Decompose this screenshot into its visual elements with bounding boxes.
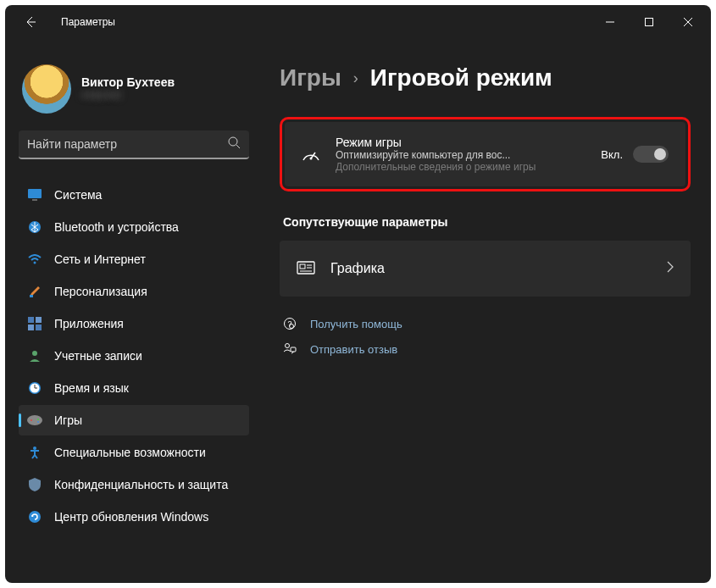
- sidebar: Виктор Бухтеев redacted Система Bluetoot…: [5, 39, 259, 583]
- svg-point-9: [34, 262, 36, 264]
- feedback-link[interactable]: Отправить отзыв: [280, 342, 691, 356]
- svg-rect-37: [291, 347, 296, 352]
- graphics-icon: [297, 261, 315, 276]
- breadcrumb-current: Игровой режим: [370, 64, 552, 92]
- game-mode-title: Режим игры: [336, 136, 601, 149]
- graphics-label: Графика: [330, 261, 385, 276]
- sidebar-item-windows-update[interactable]: Центр обновления Windows: [19, 502, 249, 532]
- graphics-settings-row[interactable]: Графика: [280, 241, 691, 297]
- svg-point-22: [37, 419, 39, 420]
- nav: Система Bluetooth и устройства Сеть и Ин…: [19, 180, 249, 532]
- help-icon: ?: [283, 317, 298, 330]
- sidebar-item-bluetooth[interactable]: Bluetooth и устройства: [19, 212, 249, 242]
- svg-rect-14: [36, 325, 42, 330]
- search-box[interactable]: [19, 130, 249, 159]
- sidebar-item-gaming[interactable]: Игры: [19, 405, 249, 435]
- window-controls: [591, 6, 708, 38]
- avatar: [22, 64, 71, 114]
- sidebar-item-network[interactable]: Сеть и Интернет: [19, 244, 249, 275]
- gamepad-icon: [27, 413, 42, 428]
- chevron-right-icon: ›: [353, 69, 358, 87]
- svg-point-23: [37, 421, 39, 423]
- svg-point-25: [29, 511, 41, 523]
- help-links: ? Получить помощь Отправить отзыв: [280, 317, 691, 356]
- accessibility-icon: [27, 445, 42, 460]
- sidebar-item-privacy[interactable]: Конфиденциальность и защита: [19, 469, 249, 500]
- speedometer-icon: [302, 147, 320, 162]
- maximize-button[interactable]: [630, 6, 669, 38]
- game-mode-toggle[interactable]: [633, 146, 669, 163]
- svg-point-27: [310, 158, 313, 160]
- arrow-left-icon: [24, 15, 37, 29]
- monitor-icon: [27, 187, 42, 202]
- get-help-link[interactable]: ? Получить помощь: [280, 317, 691, 330]
- svg-rect-11: [28, 317, 34, 323]
- apps-icon: [27, 316, 42, 331]
- sidebar-item-apps[interactable]: Приложения: [19, 308, 249, 339]
- svg-point-20: [27, 415, 42, 425]
- bluetooth-icon: [27, 219, 42, 235]
- breadcrumb: Игры › Игровой режим: [280, 64, 691, 92]
- svg-rect-1: [646, 19, 653, 26]
- game-mode-desc: Оптимизируйте компьютер для вос...: [336, 149, 601, 161]
- highlight-frame: Режим игры Оптимизируйте компьютер для в…: [280, 117, 691, 191]
- related-settings-heading: Сопутствующие параметры: [283, 215, 691, 229]
- titlebar: Параметры: [5, 5, 711, 39]
- svg-rect-12: [36, 317, 42, 323]
- svg-text:?: ?: [287, 319, 291, 328]
- settings-window: Параметры Виктор Бухтеев redacted: [5, 5, 711, 583]
- sidebar-item-system[interactable]: Система: [19, 180, 249, 210]
- shield-icon: [27, 477, 42, 492]
- sidebar-item-personalization[interactable]: Персонализация: [19, 276, 249, 307]
- clock-icon: [27, 380, 42, 396]
- svg-rect-10: [30, 295, 33, 297]
- svg-rect-6: [28, 189, 42, 198]
- sidebar-item-accessibility[interactable]: Специальные возможности: [19, 437, 249, 468]
- paintbrush-icon: [27, 284, 42, 299]
- main-content: Игры › Игровой режим Режим игры Оптимизи…: [259, 39, 711, 583]
- chevron-right-icon: [667, 261, 674, 276]
- sidebar-item-time-language[interactable]: Время и язык: [19, 373, 249, 403]
- account-info[interactable]: Виктор Бухтеев redacted: [19, 39, 249, 130]
- svg-rect-7: [32, 199, 37, 201]
- back-button[interactable]: [15, 7, 46, 37]
- game-mode-learn-more-link[interactable]: Дополнительные сведения о режиме игры: [336, 161, 601, 173]
- account-name: Виктор Бухтеев: [81, 75, 175, 89]
- sidebar-item-accounts[interactable]: Учетные записи: [19, 341, 249, 371]
- window-title: Параметры: [61, 16, 115, 28]
- svg-point-36: [286, 344, 290, 348]
- search-icon: [227, 136, 241, 153]
- svg-point-15: [32, 351, 37, 356]
- svg-line-5: [236, 145, 240, 148]
- svg-rect-13: [28, 325, 34, 330]
- svg-point-24: [33, 447, 36, 450]
- update-icon: [27, 509, 42, 524]
- toggle-state-label: Вкл.: [601, 148, 623, 161]
- person-icon: [27, 348, 42, 363]
- minimize-button[interactable]: [591, 6, 630, 38]
- svg-point-21: [31, 419, 32, 421]
- breadcrumb-parent[interactable]: Игры: [280, 64, 341, 92]
- close-button[interactable]: [669, 6, 708, 38]
- svg-point-4: [229, 137, 237, 146]
- search-input[interactable]: [27, 137, 227, 151]
- wifi-icon: [27, 252, 42, 267]
- account-email: redacted: [81, 89, 175, 103]
- game-mode-card: Режим игры Оптимизируйте компьютер для в…: [285, 122, 685, 186]
- feedback-icon: [283, 342, 298, 356]
- svg-rect-29: [300, 264, 305, 269]
